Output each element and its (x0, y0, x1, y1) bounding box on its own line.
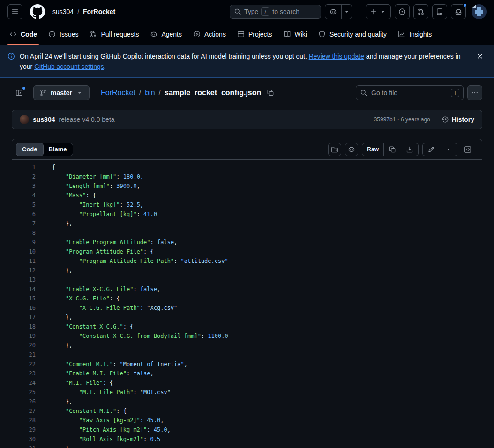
sidebar-panel-icon (15, 89, 23, 97)
tab-projects[interactable]: Projects (233, 23, 276, 45)
line-number[interactable]: 7 (12, 219, 36, 228)
line-number[interactable]: 8 (12, 228, 36, 238)
line-number[interactable]: 4 (12, 191, 36, 200)
banner-close-button[interactable] (476, 52, 484, 60)
line-number[interactable]: 1 (12, 163, 36, 172)
copilot-menu-caret[interactable] (341, 5, 352, 19)
tab-actions[interactable]: Actions (189, 23, 230, 45)
line-number[interactable]: 20 (12, 341, 36, 350)
line-number[interactable]: 27 (12, 406, 36, 416)
commit-message[interactable]: release v4.0.0 beta (59, 116, 114, 123)
raw-button[interactable]: Raw (362, 143, 383, 156)
inbox-button[interactable] (451, 4, 466, 19)
code-line: 23 "Enable M.I. File": false, (12, 369, 482, 378)
breadcrumb-link[interactable]: bin (145, 89, 155, 97)
goto-file-input[interactable]: Go to file T (356, 85, 464, 100)
issues-header-button[interactable] (395, 4, 410, 19)
global-search-input[interactable]: Type / to search (230, 5, 321, 19)
line-number[interactable]: 12 (12, 266, 36, 275)
tab-wiki[interactable]: Wiki (280, 23, 311, 45)
more-options-button[interactable] (467, 85, 482, 100)
line-number[interactable]: 18 (12, 322, 36, 331)
line-number[interactable]: 15 (12, 294, 36, 303)
line-number[interactable]: 9 (12, 238, 36, 247)
owner-link[interactable]: sus304 (52, 8, 74, 15)
code-line: 3 "Length [mm]": 3900.0, (12, 181, 482, 191)
line-number[interactable]: 17 (12, 313, 36, 322)
line-number[interactable]: 25 (12, 388, 36, 397)
line-number[interactable]: 24 (12, 378, 36, 388)
code-line: 19 "Constant X-C.G. from BodyTail [mm]":… (12, 331, 482, 341)
line-number[interactable]: 31 (12, 444, 36, 448)
copilot-icon (348, 146, 355, 153)
line-number[interactable]: 30 (12, 434, 36, 444)
tab-pull-requests[interactable]: Pull requests (86, 23, 142, 45)
copy-path-button[interactable] (267, 89, 274, 97)
unread-notification-dot (463, 3, 467, 7)
banner-text: On April 24 we'll start using GitHub Cop… (20, 51, 464, 72)
edit-menu-caret[interactable] (440, 143, 457, 156)
account-settings-link[interactable]: GitHub account settings (34, 63, 104, 70)
tab-code[interactable]: Code (6, 23, 41, 45)
review-update-link[interactable]: Review this update (309, 52, 364, 60)
github-logo-icon[interactable] (30, 4, 45, 19)
goto-file-placeholder: Go to file (371, 89, 447, 97)
line-number[interactable]: 19 (12, 331, 36, 341)
repositories-header-button[interactable] (432, 4, 447, 19)
code-line: 18 "Constant X-C.G.": { (12, 322, 482, 331)
copilot-split-button (325, 4, 352, 19)
user-avatar[interactable] (472, 4, 487, 19)
code-line: 24 "M.I. File": { (12, 378, 482, 388)
code-line: 8 (12, 228, 482, 238)
line-number[interactable]: 10 (12, 247, 36, 256)
line-number[interactable]: 3 (12, 181, 36, 191)
line-number[interactable]: 21 (12, 350, 36, 359)
code-line-content: }, (36, 266, 72, 275)
code-line: 30 "Roll Axis [kg-m2]": 0.5 (12, 434, 482, 444)
code-line: 21 (12, 350, 482, 359)
chevron-down-icon (343, 8, 351, 15)
symbols-panel-button[interactable] (461, 143, 474, 156)
line-number[interactable]: 23 (12, 369, 36, 378)
line-number[interactable]: 6 (12, 209, 36, 219)
line-number[interactable]: 13 (12, 275, 36, 284)
line-number[interactable]: 14 (12, 284, 36, 294)
line-number[interactable]: 2 (12, 172, 36, 181)
tab-insights[interactable]: Insights (394, 23, 435, 45)
edit-file-button[interactable] (423, 143, 440, 156)
copilot-file-button[interactable] (345, 143, 358, 156)
download-button[interactable] (401, 143, 418, 156)
commit-author[interactable]: sus304 (33, 116, 55, 123)
code-line: 9 "Enable Program Attitude": false, (12, 238, 482, 247)
copy-file-button[interactable] (383, 143, 401, 156)
chevron-down-icon (379, 8, 387, 15)
repo-link[interactable]: ForRocket (83, 8, 115, 15)
commit-sha-and-time[interactable]: 35997b1 · 6 years ago (374, 116, 430, 123)
line-number[interactable]: 11 (12, 256, 36, 266)
code-line-content: "Constant M.I.": { (36, 406, 127, 416)
tab-issues[interactable]: Issues (45, 23, 82, 45)
line-number[interactable]: 29 (12, 425, 36, 434)
file-tree-toggle-button[interactable] (12, 85, 27, 100)
line-number[interactable]: 22 (12, 359, 36, 369)
line-number[interactable]: 5 (12, 200, 36, 209)
line-number[interactable]: 28 (12, 416, 36, 425)
hamburger-menu-button[interactable] (7, 4, 22, 19)
tab-blame-view[interactable]: Blame (43, 143, 73, 156)
copilot-button[interactable] (325, 5, 341, 19)
line-number[interactable]: 16 (12, 303, 36, 313)
breadcrumb-link[interactable]: ForRocket (101, 89, 135, 97)
create-new-button[interactable] (366, 4, 391, 19)
branch-selector[interactable]: master (33, 85, 90, 100)
tab-agents[interactable]: Agents (146, 23, 186, 45)
line-number[interactable]: 26 (12, 397, 36, 406)
tab-code-view[interactable]: Code (16, 143, 44, 156)
commit-author-avatar[interactable] (20, 115, 29, 124)
pull-requests-header-button[interactable] (413, 4, 428, 19)
header-divider (359, 7, 359, 16)
tab-security-and-quality[interactable]: Security and quality (314, 23, 390, 45)
code-icon (9, 30, 17, 38)
open-workspace-button[interactable] (328, 143, 341, 156)
history-button[interactable]: History (442, 116, 474, 123)
code-line-content: { (36, 163, 55, 172)
